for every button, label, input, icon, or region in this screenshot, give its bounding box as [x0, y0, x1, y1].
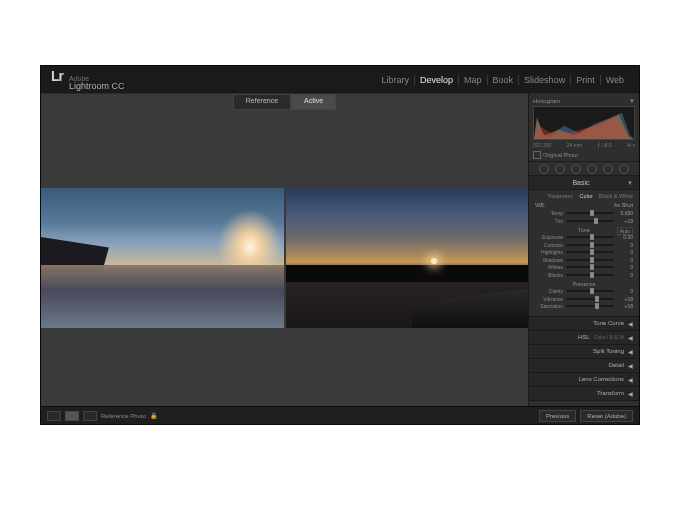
original-photo-checkbox[interactable]: Original Photo [533, 151, 635, 159]
tab-active[interactable]: Active [291, 94, 336, 110]
module-print[interactable]: Print [571, 75, 601, 85]
statusbar: Reference Photo 🔒 Previous Reset (Adobe) [41, 406, 639, 424]
module-web[interactable]: Web [601, 75, 629, 85]
brand: Lr Adobe Lightroom CC [51, 68, 125, 91]
view-reference-button[interactable] [65, 411, 79, 421]
slider-whites[interactable]: Whites0 [535, 264, 633, 270]
histogram-graph[interactable] [533, 106, 635, 140]
workspace: Reference Active Histogram ▼ [41, 94, 639, 406]
lens-corrections-panel[interactable]: Lens Corrections◀ [529, 373, 639, 387]
reset-button[interactable]: Reset (Adobe) [580, 410, 633, 422]
develop-panel: Histogram ▼ ISO 200 24 mm ƒ / 8.0 ⅛ s [529, 94, 639, 406]
lr-logo-icon: Lr [51, 68, 63, 84]
chevron-down-icon[interactable]: ▼ [629, 98, 635, 104]
module-map[interactable]: Map [459, 75, 488, 85]
brand-name: Lightroom CC [69, 82, 125, 91]
radial-tool-icon[interactable] [603, 164, 613, 174]
crop-tool-icon[interactable] [539, 164, 549, 174]
histogram-title: Histogram [533, 98, 560, 104]
slider-contrast[interactable]: Contrast0 [535, 242, 633, 248]
treatment-bw[interactable]: Black & White [599, 193, 633, 199]
tool-strip [529, 162, 639, 176]
module-book[interactable]: Book [488, 75, 520, 85]
auto-tone-button[interactable]: Auto [617, 227, 633, 235]
chevron-down-icon: ▼ [627, 180, 633, 186]
treatment-row: Treatment: Color Black & White [535, 193, 633, 199]
slider-tint[interactable]: Tint+19 [535, 218, 633, 224]
tone-curve-panel[interactable]: Tone Curve◀ [529, 317, 639, 331]
module-library[interactable]: Library [377, 75, 416, 85]
module-picker: Library Develop Map Book Slideshow Print… [377, 75, 629, 85]
detail-panel[interactable]: Detail◀ [529, 359, 639, 373]
spot-tool-icon[interactable] [555, 164, 565, 174]
canvas-area: Reference Active [41, 94, 529, 406]
module-develop[interactable]: Develop [415, 75, 459, 85]
histogram-panel: Histogram ▼ ISO 200 24 mm ƒ / 8.0 ⅛ s [529, 94, 639, 162]
slider-vibrance[interactable]: Vibrance+18 [535, 296, 633, 302]
reference-photo-label: Reference Photo [101, 413, 146, 419]
compare-view [41, 110, 528, 406]
active-image[interactable] [286, 188, 529, 328]
slider-blacks[interactable]: Blacks0 [535, 272, 633, 278]
histogram-info: ISO 200 24 mm ƒ / 8.0 ⅛ s [533, 142, 635, 148]
hsl-panel[interactable]: HSLColor / B & W◀ [529, 331, 639, 345]
transform-panel[interactable]: Transform◀ [529, 387, 639, 401]
reference-tabbar: Reference Active [41, 94, 528, 110]
slider-saturation[interactable]: Saturation+18 [535, 303, 633, 309]
slider-temp[interactable]: Temp5,650 [535, 210, 633, 216]
module-slideshow[interactable]: Slideshow [519, 75, 571, 85]
view-loupe-button[interactable] [47, 411, 61, 421]
brush-tool-icon[interactable] [619, 164, 629, 174]
slider-shadows[interactable]: Shadows0 [535, 257, 633, 263]
topbar: Lr Adobe Lightroom CC Library Develop Ma… [41, 66, 639, 94]
view-before-after-button[interactable] [83, 411, 97, 421]
slider-clarity[interactable]: Clarity0 [535, 288, 633, 294]
split-toning-panel[interactable]: Split Toning◀ [529, 345, 639, 359]
redeye-tool-icon[interactable] [571, 164, 581, 174]
lock-icon[interactable]: 🔒 [150, 412, 157, 419]
reference-image[interactable] [41, 188, 284, 328]
treatment-color[interactable]: Color [580, 193, 593, 199]
previous-button[interactable]: Previous [539, 410, 576, 422]
lightroom-window: Lr Adobe Lightroom CC Library Develop Ma… [40, 65, 640, 425]
basic-panel-header[interactable]: Basic▼ [529, 176, 639, 190]
slider-highlights[interactable]: Highlights0 [535, 249, 633, 255]
gradient-tool-icon[interactable] [587, 164, 597, 174]
wb-dropdown[interactable]: As Shot [614, 202, 633, 208]
slider-exposure[interactable]: Exposure0.00 [535, 234, 633, 240]
basic-panel-body: Treatment: Color Black & White WB: As Sh… [529, 190, 639, 317]
tab-reference[interactable]: Reference [233, 94, 291, 110]
